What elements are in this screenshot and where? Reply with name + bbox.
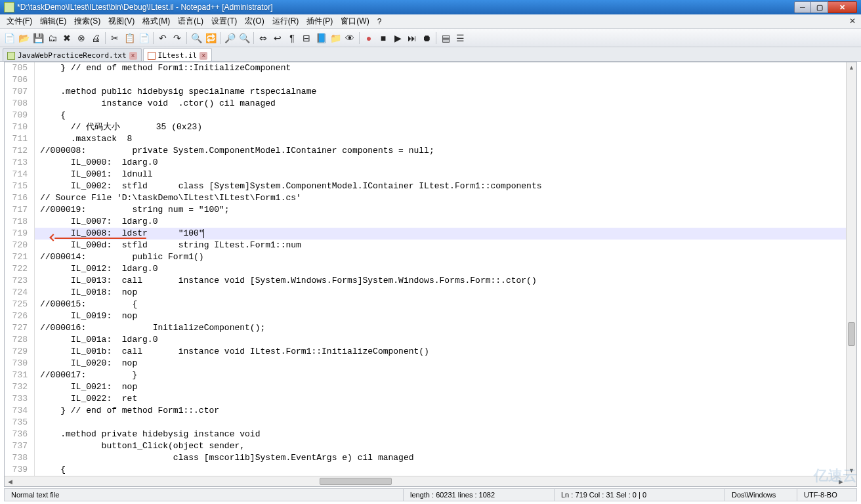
code-text[interactable]: button1_Click(object sender,	[35, 440, 245, 452]
doc-close-x[interactable]: ✕	[849, 16, 856, 26]
code-text[interactable]: {	[35, 110, 66, 121]
save-icon[interactable]: 💾	[32, 32, 45, 45]
code-line[interactable]: 721//000014: public Form1()	[5, 251, 846, 263]
code-line[interactable]: 706	[5, 74, 846, 86]
code-text[interactable]: IL_0018: nop	[35, 287, 137, 299]
save-macro-icon[interactable]: ⏺	[420, 32, 433, 45]
code-line[interactable]: 727//000016: InitializeComponent();	[5, 322, 846, 334]
code-text[interactable]: IL_001a: ldarg.0	[35, 334, 158, 346]
menu-window[interactable]: 窗口(W)	[337, 14, 373, 28]
code-line[interactable]: 731//000017: }	[5, 369, 846, 381]
sync-icon[interactable]: ⇔	[257, 32, 270, 45]
record-icon[interactable]: ●	[362, 32, 375, 45]
code-line[interactable]: 718 IL_0007: ldarg.0	[5, 216, 846, 228]
indent-icon[interactable]: ⊟	[300, 32, 313, 45]
code-line[interactable]: 729 IL_001b: call instance void ILtest.F…	[5, 346, 846, 358]
code-line[interactable]: 715 IL_0002: stfld class [System]System.…	[5, 180, 846, 192]
code-line[interactable]: 728 IL_001a: ldarg.0	[5, 334, 846, 346]
code-line[interactable]: 709 {	[5, 110, 846, 121]
code-line[interactable]: 719 IL_0008: ldstr "100"	[5, 228, 846, 240]
code-text[interactable]: //000014: public Form1()	[35, 251, 204, 263]
code-text[interactable]: IL_0021: nop	[35, 381, 137, 393]
wrap-icon[interactable]: ↩	[271, 32, 284, 45]
scroll-track[interactable]	[847, 73, 856, 465]
code-text[interactable]: IL_0008: ldstr "100"	[35, 228, 204, 240]
code-text[interactable]: IL_001b: call instance void ILtest.Form1…	[35, 346, 429, 358]
code-line[interactable]: 725//000015: {	[5, 299, 846, 310]
scroll-left-icon[interactable]: ◀	[5, 476, 15, 486]
code-line[interactable]: 713 IL_0000: ldarg.0	[5, 157, 846, 169]
code-line[interactable]: 714 IL_0001: ldnull	[5, 169, 846, 180]
code-line[interactable]: 736 .method private hidebysig instance v…	[5, 429, 846, 440]
code-text[interactable]: //000017: }	[35, 369, 137, 381]
show-all-icon[interactable]: ¶	[285, 32, 299, 45]
paste-icon[interactable]: 📄	[137, 32, 150, 45]
cut-icon[interactable]: ✂	[108, 32, 121, 45]
code-text[interactable]: IL_0020: nop	[35, 358, 137, 369]
menu-edit[interactable]: 编辑(E)	[36, 14, 70, 28]
monitor-icon[interactable]: 👁	[343, 32, 356, 45]
code-text[interactable]	[35, 417, 40, 429]
code-line[interactable]: 712//000008: private System.ComponentMod…	[5, 145, 846, 157]
menu-format[interactable]: 格式(M)	[138, 14, 174, 28]
code-text[interactable]: IL_0012: ldarg.0	[35, 263, 158, 275]
tab-iltest[interactable]: ILtest.il ×	[143, 48, 213, 61]
find-icon[interactable]: 🔍	[190, 32, 203, 45]
close-icon[interactable]: ✖	[60, 32, 74, 45]
code-text[interactable]: //000015: {	[35, 299, 137, 310]
code-line[interactable]: 722 IL_0012: ldarg.0	[5, 263, 846, 275]
replace-icon[interactable]: 🔁	[204, 32, 217, 45]
code-text[interactable]: IL_0001: ldnull	[35, 169, 153, 180]
code-line[interactable]: 716// Source File 'D:\taskDemo\ILtest\IL…	[5, 192, 846, 204]
play-icon[interactable]: ▶	[391, 32, 404, 45]
code-line[interactable]: 724 IL_0018: nop	[5, 287, 846, 299]
code-line[interactable]: 707 .method public hidebysig specialname…	[5, 86, 846, 98]
code-text[interactable]: //000016: InitializeComponent();	[35, 322, 265, 334]
code-text[interactable]: // 代码大小 35 (0x23)	[35, 121, 202, 133]
code-line[interactable]: 739 {	[5, 464, 846, 476]
code-text[interactable]	[35, 74, 40, 86]
scroll-thumb[interactable]	[320, 478, 392, 485]
copy-icon[interactable]: 📋	[123, 32, 136, 45]
code-line[interactable]: 708 instance void .ctor() cil managed	[5, 98, 846, 110]
code-text[interactable]: IL_0019: nop	[35, 310, 137, 322]
code-line[interactable]: 711 .maxstack 8	[5, 133, 846, 145]
redo-icon[interactable]: ↷	[171, 32, 184, 45]
code-line[interactable]: 738 class [mscorlib]System.EventArgs e) …	[5, 452, 846, 464]
panel-icon[interactable]: ▤	[439, 32, 452, 45]
code-text[interactable]: IL_0007: ldarg.0	[35, 216, 158, 228]
stop-record-icon[interactable]: ■	[377, 32, 390, 45]
code-text[interactable]: IL_0022: ret	[35, 393, 137, 405]
lang-icon[interactable]: 📘	[314, 32, 327, 45]
code-text[interactable]: class [mscorlib]System.EventArgs e) cil …	[35, 452, 414, 464]
undo-icon[interactable]: ↶	[156, 32, 169, 45]
code-line[interactable]: 734 } // end of method Form1::.ctor	[5, 405, 846, 417]
menu-view[interactable]: 视图(V)	[104, 14, 138, 28]
code-line[interactable]: 723 IL_0013: call instance void [System.…	[5, 275, 846, 287]
tab-javawebpracticerecord[interactable]: JavaWebPracticeRecord.txt ×	[3, 48, 142, 61]
code-text[interactable]: IL_0002: stfld class [System]System.Comp…	[35, 180, 542, 192]
code-editor[interactable]: 705 } // end of method Form1::Initialize…	[5, 62, 846, 476]
code-text[interactable]: .method private hidebysig instance void	[35, 429, 265, 440]
open-icon[interactable]: 📂	[17, 32, 30, 45]
close-all-icon[interactable]: ⊗	[75, 32, 88, 45]
new-icon[interactable]: 📄	[3, 32, 16, 45]
code-line[interactable]: 732 IL_0021: nop	[5, 381, 846, 393]
vertical-scrollbar[interactable]: ▲ ▼	[846, 62, 856, 476]
code-text[interactable]: } // end of method Form1::InitializeComp…	[35, 62, 291, 74]
folder-icon[interactable]: 📁	[329, 32, 342, 45]
code-line[interactable]: 710 // 代码大小 35 (0x23)	[5, 121, 846, 133]
code-text[interactable]: instance void .ctor() cil managed	[35, 98, 276, 110]
code-line[interactable]: 705 } // end of method Form1::Initialize…	[5, 62, 846, 74]
code-line[interactable]: 735	[5, 417, 846, 429]
print-icon[interactable]: 🖨	[89, 32, 102, 45]
code-text[interactable]: IL_000d: stfld string ILtest.Form1::num	[35, 240, 301, 251]
scroll-right-icon[interactable]: ▶	[835, 476, 846, 486]
code-line[interactable]: 717//000019: string num = "100";	[5, 204, 846, 216]
scroll-up-icon[interactable]: ▲	[847, 62, 856, 73]
minimize-button[interactable]: ─	[794, 1, 811, 13]
menu-run[interactable]: 运行(R)	[268, 14, 303, 28]
code-text[interactable]: {	[35, 464, 66, 476]
menu-search[interactable]: 搜索(S)	[70, 14, 104, 28]
code-text[interactable]: .maxstack 8	[35, 133, 132, 145]
